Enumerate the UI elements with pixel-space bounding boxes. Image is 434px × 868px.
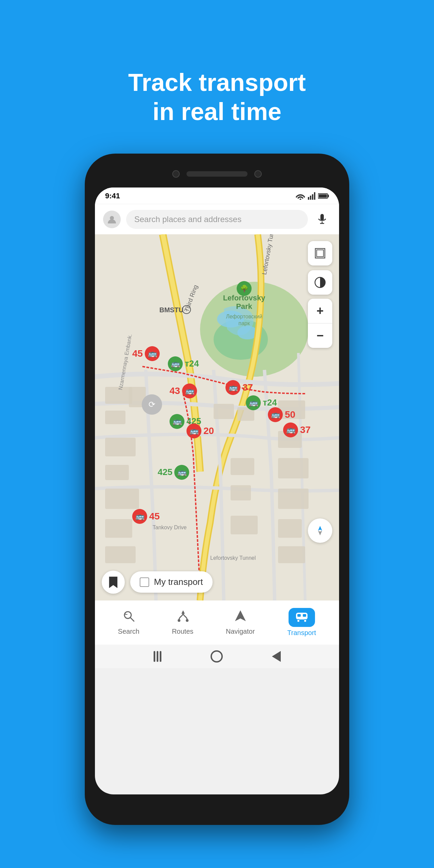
svg-text:🌳: 🌳 xyxy=(240,284,249,293)
home-indicator xyxy=(95,645,339,668)
svg-text:BMSTU: BMSTU xyxy=(159,306,183,314)
svg-rect-53 xyxy=(317,250,323,257)
svg-rect-30 xyxy=(231,458,254,475)
my-transport-chip[interactable]: My transport xyxy=(130,571,213,593)
svg-point-68 xyxy=(297,619,300,622)
zoom-out-button[interactable]: − xyxy=(308,323,332,348)
marker-37-red-1[interactable]: 🚌 37 xyxy=(225,380,253,395)
front-camera xyxy=(172,170,180,178)
bus-icon-red: 🚌 xyxy=(268,407,283,422)
status-time: 9:41 xyxy=(105,192,120,200)
svg-rect-18 xyxy=(105,411,125,424)
svg-rect-3 xyxy=(312,194,313,200)
bus-icon-red: 🚌 xyxy=(283,422,298,437)
signal-icon xyxy=(308,192,315,200)
home-button[interactable] xyxy=(211,650,223,663)
front-sensor xyxy=(254,170,262,178)
search-placeholder: Search places and addresses xyxy=(134,215,241,224)
marker-label: 425 xyxy=(158,467,172,477)
theme-button[interactable] xyxy=(308,270,332,295)
nav-navigator[interactable]: Navigator xyxy=(226,610,255,635)
svg-rect-23 xyxy=(105,519,132,538)
marker-t24-green-1[interactable]: 🚌 т24 xyxy=(168,356,199,371)
svg-rect-67 xyxy=(303,614,306,617)
bus-icon-green: 🚌 xyxy=(168,356,183,371)
svg-text:Lefortovsky Tunnel: Lefortovsky Tunnel xyxy=(210,555,256,561)
nav-navigator-label: Navigator xyxy=(226,628,255,635)
marker-label: 45 xyxy=(149,511,160,522)
marker-45-red-2[interactable]: 🚌 45 xyxy=(132,509,160,524)
svg-text:i: i xyxy=(186,308,187,312)
map-area[interactable]: Third Ring Lefortovsky Tunnel Tankovy Dr… xyxy=(95,234,339,600)
svg-rect-66 xyxy=(297,614,301,617)
marker-label: т24 xyxy=(185,358,199,369)
battery-icon xyxy=(318,193,329,199)
bookmark-button[interactable] xyxy=(102,571,125,594)
svg-point-0 xyxy=(300,198,301,200)
svg-point-63 xyxy=(186,619,189,622)
bus-icon-green: 🚌 xyxy=(170,414,184,429)
nav-transport[interactable]: Transport xyxy=(287,608,316,637)
user-avatar xyxy=(103,211,121,228)
bus-icon-red: 🚌 xyxy=(132,509,147,524)
svg-rect-24 xyxy=(105,546,136,563)
hero-title-line2: in real time xyxy=(128,97,306,126)
phone-speaker xyxy=(186,171,248,177)
svg-rect-25 xyxy=(214,404,234,419)
zoom-in-button[interactable]: + xyxy=(308,299,332,323)
layers-button[interactable] xyxy=(308,241,332,265)
map-background: Third Ring Lefortovsky Tunnel Tankovy Dr… xyxy=(95,234,339,600)
search-input[interactable]: Search places and addresses xyxy=(126,210,308,229)
svg-rect-7 xyxy=(319,194,327,198)
svg-marker-64 xyxy=(235,610,246,621)
nav-search[interactable]: Search xyxy=(118,610,139,635)
transport-nav-icon-bg xyxy=(289,608,315,627)
marker-20-red[interactable]: 🚌 20 xyxy=(186,423,214,438)
marker-label: т24 xyxy=(263,397,277,408)
location-button[interactable] xyxy=(308,518,332,543)
status-icons xyxy=(296,192,329,200)
marker-425-green-2[interactable]: 425 🚌 xyxy=(158,465,189,480)
svg-rect-20 xyxy=(105,438,136,456)
bus-icon-red: 🚌 xyxy=(145,346,160,361)
svg-rect-2 xyxy=(310,196,311,200)
bus-icon-red: 🚌 xyxy=(225,380,240,395)
svg-marker-55 xyxy=(318,526,322,531)
svg-rect-6 xyxy=(328,195,329,197)
svg-rect-1 xyxy=(308,197,309,200)
search-bar[interactable]: Search places and addresses xyxy=(95,204,339,234)
svg-marker-61 xyxy=(181,610,185,614)
wifi-icon xyxy=(296,192,305,200)
my-transport-checkbox[interactable] xyxy=(140,577,149,587)
back-button[interactable] xyxy=(272,651,281,662)
bottom-navigation: Search Routes xyxy=(95,600,339,645)
bus-icon-red: 🚌 xyxy=(182,383,197,398)
nav-routes[interactable]: Routes xyxy=(172,610,193,635)
bus-icon-red: 🚌 xyxy=(186,423,201,438)
svg-text:Park: Park xyxy=(236,302,252,311)
svg-rect-34 xyxy=(278,519,302,538)
marker-50-red[interactable]: 🚌 50 xyxy=(268,407,295,422)
marker-45-red-1[interactable]: 45 🚌 xyxy=(132,346,160,361)
svg-rect-9 xyxy=(320,214,324,221)
svg-text:⟳: ⟳ xyxy=(149,400,155,409)
mic-icon[interactable] xyxy=(313,211,331,228)
svg-text:Лефортовский: Лефортовский xyxy=(226,314,262,319)
nav-transport-label: Transport xyxy=(287,629,316,637)
svg-text:Tankovy Drive: Tankovy Drive xyxy=(153,525,187,530)
nav-search-label: Search xyxy=(118,628,139,635)
svg-point-69 xyxy=(304,619,307,622)
marker-label: 43 xyxy=(170,386,180,396)
svg-rect-32 xyxy=(231,516,258,534)
marker-43-red[interactable]: 43 🚌 xyxy=(170,383,197,398)
svg-rect-22 xyxy=(105,489,139,509)
svg-rect-4 xyxy=(314,192,315,200)
status-bar: 9:41 xyxy=(95,188,339,204)
svg-point-62 xyxy=(178,619,180,622)
recent-apps-button[interactable] xyxy=(154,651,161,662)
hero-title-line1: Track transport xyxy=(128,68,306,97)
marker-37-red-2[interactable]: 🚌 37 xyxy=(283,422,311,437)
routes-nav-icon xyxy=(176,610,189,626)
marker-label: 37 xyxy=(300,425,311,435)
zoom-controls: + − xyxy=(308,299,332,348)
